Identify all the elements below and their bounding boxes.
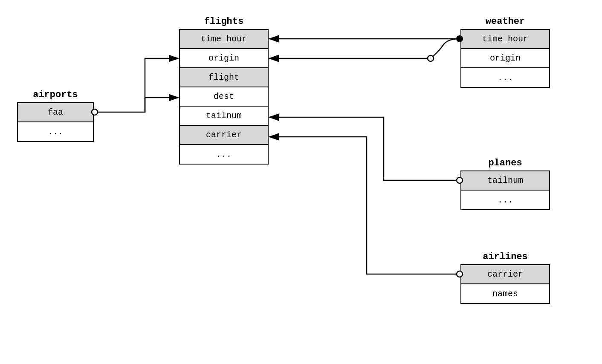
planes-table: planes tailnum ... (460, 170, 550, 210)
airports-row-faa: faa (18, 103, 93, 122)
weather-row-origin: origin (461, 49, 549, 68)
flights-row-origin: origin (180, 49, 268, 68)
planes-row-tailnum: tailnum (461, 171, 549, 191)
airlines-to-flights-carrier (269, 137, 460, 274)
flights-row-carrier: carrier (180, 126, 268, 145)
airports-faa-to-flights-dest (145, 98, 178, 112)
airlines-row-carrier: carrier (461, 265, 549, 284)
airlines-title: airlines (461, 249, 549, 265)
diagram-container: airports faa ... flights time_hour origi… (0, 0, 602, 364)
airports-table: airports faa ... (17, 102, 94, 142)
airports-faa-to-flights-origin (95, 58, 178, 112)
airlines-table: airlines carrier names (460, 264, 550, 304)
flights-row-dots: ... (180, 145, 268, 164)
weather-compound-top (269, 39, 460, 58)
flights-table: flights time_hour origin flight dest tai… (179, 29, 269, 165)
flights-title: flights (180, 14, 268, 29)
flights-row-tailnum: tailnum (180, 107, 268, 126)
airlines-row-names: names (461, 284, 549, 303)
planes-row-dots: ... (461, 191, 549, 209)
weather-open-circle (428, 55, 434, 61)
weather-table: weather time_hour origin ... (460, 29, 550, 88)
airports-title: airports (18, 87, 93, 103)
flights-row-flight: flight (180, 68, 268, 87)
weather-row-dots: ... (461, 68, 549, 87)
flights-row-time-hour: time_hour (180, 30, 268, 49)
airports-row-dots: ... (18, 122, 93, 141)
planes-title: planes (461, 155, 549, 171)
weather-title: weather (461, 14, 549, 29)
flights-row-dest: dest (180, 87, 268, 107)
weather-row-time-hour: time_hour (461, 30, 549, 49)
planes-to-flights-tailnum (269, 117, 460, 180)
